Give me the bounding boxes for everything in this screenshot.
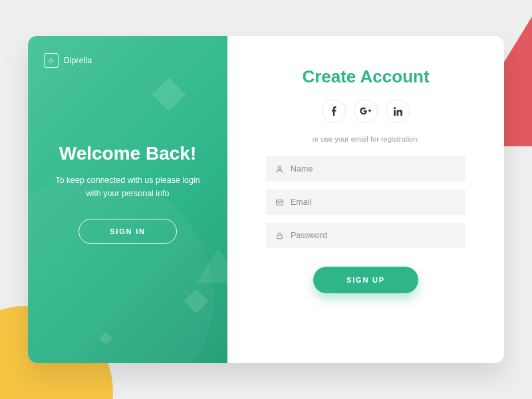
svg-point-0 <box>278 166 281 169</box>
brand-logo-icon: ◇ <box>44 53 59 68</box>
name-field-wrapper <box>266 156 466 182</box>
welcome-panel: ◇ Diprella Welcome Back! To keep connect… <box>28 36 227 363</box>
google-plus-icon <box>360 107 372 115</box>
sign-up-button[interactable]: SIGN UP <box>313 267 418 293</box>
signup-title: Create Account <box>302 66 429 87</box>
svg-rect-2 <box>277 235 283 238</box>
facebook-icon <box>331 106 336 116</box>
sign-in-button[interactable]: SIGN IN <box>78 219 177 244</box>
mail-icon <box>275 198 284 207</box>
welcome-title: Welcome Back! <box>59 143 196 164</box>
email-field-wrapper <box>266 190 466 215</box>
brand-name: Diprella <box>64 56 92 65</box>
google-button[interactable] <box>354 99 378 123</box>
welcome-subtitle: To keep connected with us please login w… <box>55 174 201 200</box>
name-input[interactable] <box>291 164 456 174</box>
lock-icon <box>275 231 284 240</box>
auth-card: ◇ Diprella Welcome Back! To keep connect… <box>28 36 504 363</box>
linkedin-button[interactable] <box>386 99 410 123</box>
password-field-wrapper <box>266 223 466 248</box>
brand: ◇ Diprella <box>44 53 211 68</box>
signup-panel: Create Account or use your email for reg… <box>227 36 504 363</box>
facebook-button[interactable] <box>322 99 346 123</box>
signup-hint: or use your email for registration: <box>313 135 420 143</box>
social-row <box>322 99 410 123</box>
password-input[interactable] <box>291 231 456 240</box>
linkedin-icon <box>394 107 402 116</box>
user-icon <box>275 165 284 174</box>
email-input[interactable] <box>291 198 456 207</box>
